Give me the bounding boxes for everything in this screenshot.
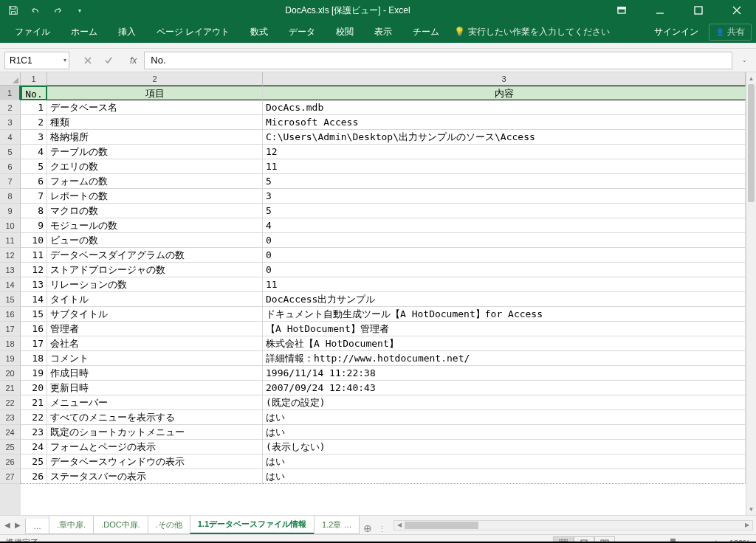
column-header[interactable]: 3 (263, 72, 746, 86)
cell[interactable]: 21 (21, 395, 47, 410)
sheet-tab[interactable]: .DOC中扉. (93, 516, 148, 534)
sheet-tab[interactable]: .その他 (148, 516, 190, 534)
cell[interactable]: 格納場所 (47, 130, 263, 145)
cell[interactable]: 2007/09/24 12:40:43 (263, 381, 746, 395)
cell[interactable]: 3 (263, 189, 746, 204)
scroll-down-arrow-icon[interactable]: ▼ (746, 503, 756, 515)
cell[interactable]: 9 (21, 218, 47, 233)
cell[interactable]: 12 (21, 263, 47, 277)
horizontal-scrollbar[interactable]: ◀ ▶ (394, 520, 753, 530)
tab-formula[interactable]: 数式 (240, 21, 278, 43)
row-header[interactable]: 12 (0, 248, 21, 263)
signin-link[interactable]: サインイン (654, 26, 698, 38)
tab-resize-handle[interactable]: ⋮ (374, 525, 391, 534)
row-header[interactable]: 17 (0, 322, 21, 336)
cancel-formula-button[interactable] (78, 52, 97, 69)
row-header[interactable]: 21 (0, 381, 21, 395)
tab-insert[interactable]: 挿入 (108, 21, 146, 43)
row-header[interactable]: 18 (0, 336, 21, 351)
cell[interactable]: 16 (21, 322, 47, 336)
cell[interactable]: 6 (21, 174, 47, 189)
cell[interactable]: 19 (21, 366, 47, 381)
cell[interactable]: 1 (21, 100, 47, 115)
row-header[interactable]: 6 (0, 159, 21, 174)
scroll-right-arrow-icon[interactable]: ▶ (742, 521, 752, 530)
new-sheet-button[interactable]: ⊕ (359, 522, 374, 534)
cell[interactable]: マクロの数 (47, 204, 263, 218)
scroll-up-arrow-icon[interactable]: ▲ (746, 72, 756, 84)
row-header[interactable]: 15 (0, 292, 21, 307)
redo-button[interactable] (47, 1, 68, 19)
cell[interactable]: すべてのメニューを表示する (47, 410, 263, 425)
cell[interactable]: フォームの数 (47, 174, 263, 189)
cell[interactable]: データベースウィンドウの表示 (47, 454, 263, 469)
scrollbar-thumb[interactable] (748, 84, 755, 202)
cell[interactable]: データベースダイアグラムの数 (47, 248, 263, 263)
cell[interactable]: クエリの数 (47, 159, 263, 174)
tab-page-layout[interactable]: ページ レイアウト (146, 21, 240, 43)
cell[interactable]: 種類 (47, 115, 263, 130)
scroll-left-arrow-icon[interactable]: ◀ (394, 521, 405, 530)
cell[interactable]: コメント (47, 351, 263, 366)
tab-view[interactable]: 表示 (364, 21, 402, 43)
cell[interactable]: 8 (21, 204, 47, 218)
cell[interactable]: 23 (21, 425, 47, 440)
row-header[interactable]: 20 (0, 366, 21, 381)
cell[interactable]: レポートの数 (47, 189, 263, 204)
cell[interactable]: 株式会社【A HotDocument】 (263, 336, 746, 351)
close-button[interactable] (721, 0, 753, 21)
cell[interactable]: DocAccess出力サンプル (263, 292, 746, 307)
cell[interactable]: 13 (21, 277, 47, 292)
cell[interactable]: 14 (21, 292, 47, 307)
cell[interactable]: 詳細情報：http://www.hotdocument.net/ (263, 351, 746, 366)
cell[interactable]: 5 (21, 159, 47, 174)
cell[interactable]: ビューの数 (47, 233, 263, 248)
cell[interactable]: モジュールの数 (47, 218, 263, 233)
row-header[interactable]: 22 (0, 395, 21, 410)
cell-header-item[interactable]: 項目 (47, 86, 263, 100)
cell[interactable]: 20 (21, 381, 47, 395)
sheet-tab[interactable]: .章中扉. (49, 516, 94, 534)
qat-customize-button[interactable]: ▾ (69, 1, 90, 19)
row-header[interactable]: 26 (0, 454, 21, 469)
cell[interactable]: 更新日時 (47, 381, 263, 395)
undo-button[interactable] (25, 1, 46, 19)
cell[interactable]: 11 (263, 159, 746, 174)
cell[interactable]: C:\Users\Admin\Desktop\出力サンプルのソース\Access (263, 130, 746, 145)
cell[interactable]: はい (263, 410, 746, 425)
maximize-button[interactable] (682, 0, 715, 21)
cell[interactable]: リレーションの数 (47, 277, 263, 292)
vertical-scrollbar[interactable]: ▲ ▼ (746, 72, 756, 515)
cell-header-content[interactable]: 内容 (263, 86, 746, 100)
cell[interactable]: 12 (263, 145, 746, 159)
tab-nav-prev[interactable]: ◀ (4, 521, 10, 529)
scrollbar-thumb[interactable] (405, 522, 478, 529)
cell[interactable]: 0 (263, 233, 746, 248)
tell-me[interactable]: 💡 実行したい作業を入力してください (454, 26, 610, 38)
fx-icon[interactable]: fx (127, 55, 140, 66)
row-header[interactable]: 2 (0, 100, 21, 115)
cell[interactable]: はい (263, 469, 746, 484)
save-button[interactable] (3, 1, 24, 19)
cell[interactable]: サブタイトル (47, 307, 263, 322)
cell[interactable]: 11 (21, 248, 47, 263)
name-box[interactable]: R1C1 ▾ (4, 52, 69, 69)
cell[interactable]: 会社名 (47, 336, 263, 351)
tab-review[interactable]: 校閲 (326, 21, 364, 43)
sheet-tab[interactable]: 1.2章 … (314, 516, 360, 534)
formula-bar[interactable]: No. (144, 52, 732, 69)
cell[interactable]: DocAcs.mdb (263, 100, 746, 115)
cell[interactable]: 22 (21, 410, 47, 425)
cell[interactable]: メニューバー (47, 395, 263, 410)
row-header[interactable]: 4 (0, 130, 21, 145)
row-header[interactable]: 7 (0, 174, 21, 189)
column-header[interactable]: 2 (47, 72, 263, 86)
enter-formula-button[interactable] (99, 52, 118, 69)
cell[interactable]: ストアドプロシージャの数 (47, 263, 263, 277)
cell[interactable]: 1996/11/14 11:22:38 (263, 366, 746, 381)
row-header[interactable]: 24 (0, 425, 21, 440)
row-header[interactable]: 27 (0, 469, 21, 484)
cell[interactable]: 4 (263, 218, 746, 233)
select-all-corner[interactable] (0, 72, 21, 86)
row-header[interactable]: 8 (0, 189, 21, 204)
